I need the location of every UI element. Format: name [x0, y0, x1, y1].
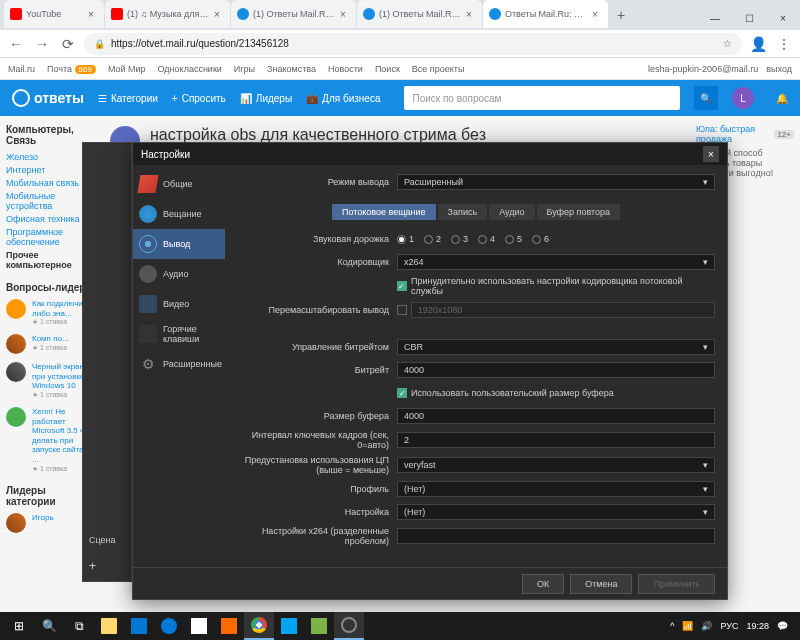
site-search-input[interactable]: Поиск по вопросам — [404, 86, 680, 110]
minimize-button[interactable]: — — [698, 6, 732, 30]
forward-button[interactable]: → — [32, 34, 52, 54]
taskbar-app[interactable] — [124, 612, 154, 640]
sidebar-item-advanced[interactable]: ⚙Расширенные — [133, 349, 225, 379]
close-button[interactable]: × — [766, 6, 800, 30]
bookmark-link[interactable]: Mail.ru — [8, 64, 35, 74]
new-tab-button[interactable]: + — [609, 0, 633, 30]
tray-chevron-icon[interactable]: ^ — [670, 621, 674, 631]
tab-replay[interactable]: Буфер повтора — [537, 204, 621, 220]
question-item[interactable]: Черный экран при установке Windows 10★ 1… — [6, 362, 94, 399]
track-radio-6[interactable]: 6 — [532, 234, 549, 244]
task-view-button[interactable]: ⧉ — [64, 612, 94, 640]
question-item[interactable]: Как подключить либо зна...★ 1 ставка — [6, 299, 94, 326]
close-icon[interactable]: × — [88, 9, 98, 19]
track-radio-1[interactable]: 1 — [397, 234, 414, 244]
bookmark-link[interactable]: Мой Мир — [108, 64, 146, 74]
start-button[interactable]: ⊞ — [4, 612, 34, 640]
bookmark-link[interactable]: Поиск — [375, 64, 400, 74]
browser-tab[interactable]: (1) Ответы Mail.Ru: настро× — [357, 0, 482, 28]
bookmark-link[interactable]: Знакомства — [267, 64, 316, 74]
sidebar-link[interactable]: Офисная техника — [6, 214, 94, 224]
taskbar-app[interactable] — [184, 612, 214, 640]
nav-business[interactable]: 💼 Для бизнеса — [306, 93, 380, 104]
tab-recording[interactable]: Запись — [438, 204, 488, 220]
dialog-close-button[interactable]: × — [703, 146, 719, 162]
bookmark-link[interactable]: Игры — [234, 64, 255, 74]
bookmark-link[interactable]: Почта 869 — [47, 64, 96, 74]
browser-tab[interactable]: (1) Ответы Mail.Ru: ответ× — [231, 0, 356, 28]
tray-network-icon[interactable]: 📶 — [682, 621, 693, 631]
bookmark-link[interactable]: Одноклассники — [158, 64, 222, 74]
leader-item[interactable]: Игорь — [6, 513, 94, 533]
bitrate-input[interactable]: 4000 — [397, 362, 715, 378]
bookmark-link[interactable]: Все проекты — [412, 64, 465, 74]
user-email[interactable]: lesha-pupkin-2006@mail.ru — [648, 64, 758, 74]
sidebar-link[interactable]: Мобильные устройства — [6, 191, 94, 211]
sidebar-link[interactable]: Программное обеспечение — [6, 227, 94, 247]
x264-opts-input[interactable] — [397, 528, 715, 544]
sidebar-item-audio[interactable]: Аудио — [133, 259, 225, 289]
encoder-select[interactable]: x264▾ — [397, 254, 715, 270]
close-icon[interactable]: × — [340, 9, 350, 19]
buffer-input[interactable]: 4000 — [397, 408, 715, 424]
taskbar-app[interactable] — [94, 612, 124, 640]
rescale-checkbox[interactable] — [397, 305, 407, 315]
menu-icon[interactable]: ⋮ — [774, 34, 794, 54]
sidebar-item-video[interactable]: Видео — [133, 289, 225, 319]
search-button[interactable]: 🔍 — [694, 86, 718, 110]
tray-volume-icon[interactable]: 🔊 — [701, 621, 712, 631]
nav-leaders[interactable]: 📊 Лидеры — [240, 93, 292, 104]
bookmark-star-icon[interactable]: ☆ — [723, 38, 732, 49]
bookmark-link[interactable]: Новости — [328, 64, 363, 74]
tab-audio[interactable]: Аудио — [489, 204, 534, 220]
taskbar-app[interactable] — [154, 612, 184, 640]
taskbar-app-obs[interactable] — [334, 612, 364, 640]
tray-language[interactable]: РУС — [720, 621, 738, 631]
taskbar-app[interactable] — [214, 612, 244, 640]
apply-button[interactable]: Применить — [638, 574, 715, 594]
sidebar-item-hotkeys[interactable]: Горячие клавиши — [133, 319, 225, 349]
custom-buffer-checkbox[interactable]: ✓Использовать пользовательский размер бу… — [397, 388, 715, 398]
cpu-preset-select[interactable]: veryfast▾ — [397, 457, 715, 473]
maximize-button[interactable]: ☐ — [732, 6, 766, 30]
keyframe-input[interactable]: 2 — [397, 432, 715, 448]
sidebar-link[interactable]: Мобильная связь — [6, 178, 94, 188]
sidebar-item-output[interactable]: Вывод — [133, 229, 225, 259]
nav-ask[interactable]: + Спросить — [172, 93, 226, 104]
taskbar-app-chrome[interactable] — [244, 612, 274, 640]
track-radio-4[interactable]: 4 — [478, 234, 495, 244]
close-icon[interactable]: × — [466, 9, 476, 19]
yula-link[interactable]: Юла: быстрая продажа12+ — [696, 124, 794, 144]
add-scene-button[interactable]: + — [89, 559, 96, 573]
tray-notifications-icon[interactable]: 💬 — [777, 621, 788, 631]
close-icon[interactable]: × — [214, 9, 224, 19]
track-radio-2[interactable]: 2 — [424, 234, 441, 244]
track-radio-5[interactable]: 5 — [505, 234, 522, 244]
sidebar-link[interactable]: Интернет — [6, 165, 94, 175]
question-item[interactable]: Комп по...★ 1 ставка — [6, 334, 94, 354]
browser-tab-active[interactable]: Ответы Mail.Ru: настройк× — [483, 0, 608, 28]
close-icon[interactable]: × — [592, 9, 602, 19]
sidebar-link-active[interactable]: Прочее компьютерное — [6, 250, 94, 270]
reload-button[interactable]: ⟳ — [58, 34, 78, 54]
ok-button[interactable]: ОК — [522, 574, 564, 594]
search-button[interactable]: 🔍 — [34, 612, 64, 640]
sidebar-link[interactable]: Железо — [6, 152, 94, 162]
enforce-checkbox[interactable]: ✓Принудительно использовать настройки ко… — [397, 276, 715, 296]
address-bar[interactable]: 🔒 https://otvet.mail.ru/question/2134561… — [84, 33, 742, 55]
site-logo[interactable]: ответы — [12, 89, 84, 107]
notifications-icon[interactable]: 🔔 — [776, 93, 788, 104]
cancel-button[interactable]: Отмена — [570, 574, 632, 594]
tray-clock[interactable]: 19:28 — [746, 621, 769, 631]
bitrate-control-select[interactable]: CBR▾ — [397, 339, 715, 355]
track-radio-3[interactable]: 3 — [451, 234, 468, 244]
profile-icon[interactable]: 👤 — [748, 34, 768, 54]
taskbar-app[interactable] — [274, 612, 304, 640]
taskbar-app[interactable] — [304, 612, 334, 640]
logout-link[interactable]: выход — [766, 64, 792, 74]
nav-categories[interactable]: ☰ Категории — [98, 93, 158, 104]
output-mode-select[interactable]: Расширенный▾ — [397, 174, 715, 190]
sidebar-item-general[interactable]: Общие — [133, 169, 225, 199]
browser-tab[interactable]: (1) ♫ Музыка для Стрима× — [105, 0, 230, 28]
profile-select[interactable]: (Нет)▾ — [397, 481, 715, 497]
